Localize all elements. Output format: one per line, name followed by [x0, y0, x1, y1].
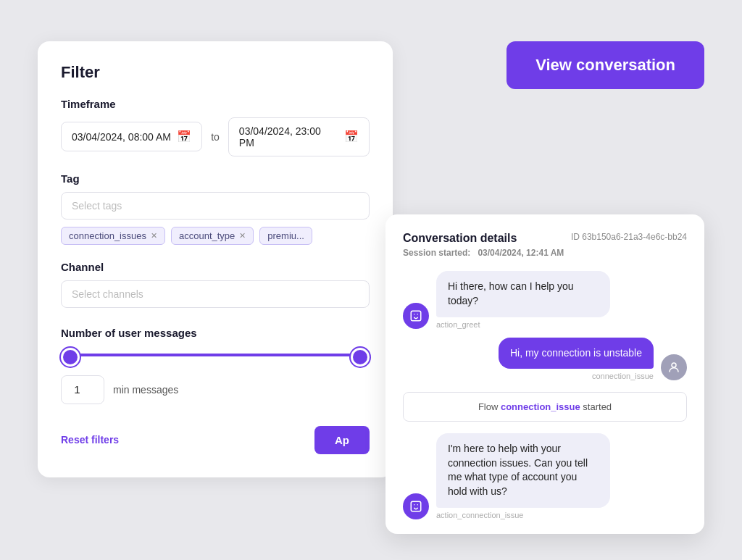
messages-label: Number of user messages: [61, 327, 370, 339]
tags-row: connection_issues ✕ account_type ✕ premi…: [61, 227, 370, 245]
timeframe-row: 03/04/2024, 08:00 AM 📅 to 03/04/2024, 23…: [61, 117, 370, 156]
to-label: to: [211, 131, 220, 143]
calendar-to-icon: 📅: [344, 130, 359, 143]
date-to-input[interactable]: 03/04/2024, 23:00 PM 📅: [228, 117, 370, 156]
channel-select-input[interactable]: Select channels: [61, 280, 370, 308]
flow-banner: Flow connection_issue started: [403, 392, 687, 422]
tag-chip-premium[interactable]: premiu...: [259, 227, 312, 245]
user-avatar-1: [661, 354, 687, 380]
reset-filters-button[interactable]: Reset filters: [61, 434, 119, 446]
timeframe-label: Timeframe: [61, 98, 370, 110]
date-from-input[interactable]: 03/04/2024, 08:00 AM 📅: [61, 122, 202, 151]
flow-name: connection_issue: [501, 401, 580, 412]
svg-point-3: [672, 363, 676, 367]
message-row-3: I'm here to help with your connection is…: [403, 433, 687, 519]
min-messages-input[interactable]: [61, 375, 104, 404]
date-to-value: 03/04/2024, 23:00 PM: [239, 125, 338, 149]
bot-avatar-2: [403, 493, 429, 519]
conversation-title: Conversation details: [403, 232, 517, 245]
slider-container: [61, 346, 370, 364]
tag-chip-remove[interactable]: ✕: [151, 231, 157, 241]
conversation-id: ID 63b150a6-21a3-4e6c-bb24: [571, 232, 687, 242]
date-from-value: 03/04/2024, 08:00 AM: [72, 131, 171, 143]
bot-action-1: action_greet: [436, 320, 480, 329]
bot-action-2: action_connection_issue: [436, 511, 523, 519]
svg-rect-4: [411, 501, 421, 511]
tag-chip-account[interactable]: account_type ✕: [171, 227, 254, 245]
tag-label: Tag: [61, 172, 370, 185]
calendar-from-icon: 📅: [177, 130, 191, 143]
svg-rect-0: [411, 311, 421, 321]
conversation-session: Session started: 03/04/2024, 12:41 AM: [403, 248, 687, 258]
filter-footer: Reset filters Ap: [61, 426, 370, 454]
tag-chip-text: account_type: [179, 230, 235, 241]
min-messages-label: min messages: [113, 384, 178, 396]
tag-chip-text: connection_issues: [69, 230, 146, 241]
tag-chip-remove[interactable]: ✕: [239, 231, 246, 241]
bot-msg-content-1: Hi there, how can I help you today? acti…: [436, 271, 610, 328]
bot-bubble-1: Hi there, how can I help you today?: [436, 271, 610, 317]
apply-button[interactable]: Ap: [314, 426, 370, 454]
channel-label: Channel: [61, 261, 370, 273]
tag-chip-text: premiu...: [267, 230, 304, 241]
user-msg-content-1: Hi, my connection is unstable connection…: [499, 338, 654, 381]
bot-msg-content-2: I'm here to help with your connection is…: [436, 433, 610, 519]
tag-select-input[interactable]: Select tags: [61, 192, 370, 220]
view-conversation-button[interactable]: View conversation: [507, 41, 704, 89]
conversation-header: Conversation details ID 63b150a6-21a3-4e…: [403, 232, 687, 245]
min-messages-row: min messages: [61, 375, 370, 404]
flow-label: Flow: [478, 401, 501, 412]
channel-section: Channel Select channels: [61, 261, 370, 308]
flow-suffix: started: [580, 401, 612, 412]
session-value: 03/04/2024, 12:41 AM: [478, 248, 564, 258]
session-label: Session started:: [403, 248, 470, 258]
messages-list: Hi there, how can I help you today? acti…: [403, 271, 687, 519]
message-row-2: Hi, my connection is unstable connection…: [403, 338, 687, 381]
slider-track[interactable]: [64, 354, 367, 356]
user-bubble-1: Hi, my connection is unstable: [499, 338, 654, 369]
message-row-1: Hi there, how can I help you today? acti…: [403, 271, 687, 328]
bot-avatar-1: [403, 303, 429, 329]
conversation-panel: Conversation details ID 63b150a6-21a3-4e…: [385, 214, 704, 533]
filter-panel: Filter Timeframe 03/04/2024, 08:00 AM 📅 …: [38, 41, 393, 477]
tag-chip-connection[interactable]: connection_issues ✕: [61, 227, 165, 245]
filter-title: Filter: [61, 63, 370, 82]
bot-bubble-2: I'm here to help with your connection is…: [436, 433, 610, 507]
tag-section: Tag Select tags connection_issues ✕ acco…: [61, 172, 370, 245]
messages-section: Number of user messages min messages: [61, 327, 370, 404]
user-action-1: connection_issue: [592, 372, 654, 380]
